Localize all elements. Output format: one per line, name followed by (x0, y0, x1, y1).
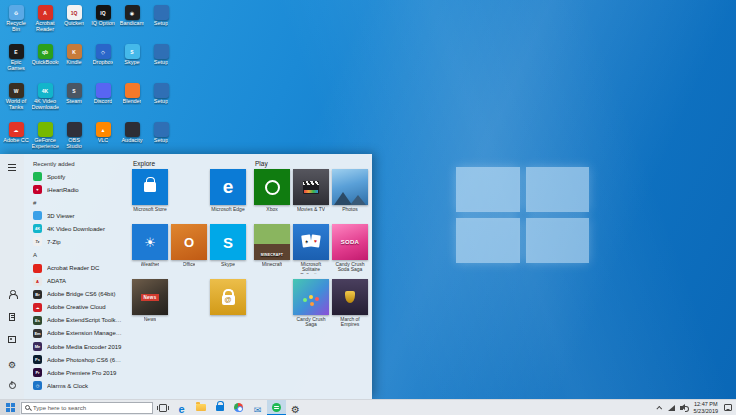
desktop-icon-label: Dropbox (93, 60, 114, 66)
rail-settings-button[interactable] (4, 356, 20, 369)
tile-photos[interactable]: Photos (332, 169, 368, 221)
tile-march-of-empires[interactable]: March of Empires (332, 279, 368, 331)
desktop-icon-label: Quicken (64, 21, 84, 27)
windows-logo (456, 167, 589, 263)
app-list-item-iheartradio[interactable]: ♥iHeartRadio (24, 183, 124, 196)
tile-label: Candy Crush Soda Saga (332, 262, 368, 274)
tile-weather[interactable]: ☀Weather (132, 224, 168, 276)
tile-candy-crush-saga[interactable]: Candy Crush Saga (293, 279, 329, 331)
app-list-header-a[interactable]: A (24, 248, 124, 261)
tile-label: Weather (141, 262, 160, 268)
search-input[interactable] (33, 405, 149, 411)
desktop-icon-setup[interactable]: Setup (147, 81, 175, 120)
app-list-item-7-zip[interactable]: 7z7-Zip (24, 235, 124, 248)
desktop-icon-quicken[interactable]: 1QQuicken (60, 3, 88, 42)
tray-network-button[interactable] (666, 400, 678, 415)
minecraft-icon: MINECRAFT (254, 253, 290, 257)
app-list-item-adobe-media-encoder-2019[interactable]: MeAdobe Media Encoder 2019 (24, 340, 124, 353)
tile-lock[interactable]: @ (210, 279, 246, 331)
tile-news[interactable]: NewsNews (132, 279, 168, 331)
photos-icon (332, 190, 368, 205)
desktop-icon-acrobat-reader[interactable]: AAcrobat Reader (31, 3, 59, 42)
desktop[interactable]: ♻Recycle BinAAcrobat Reader1QQuickenIQIQ… (0, 0, 736, 415)
app-list-item-adobe-extendscript-toolkit-cs6[interactable]: EsAdobe ExtendScript Toolkit CS6 (24, 314, 124, 327)
setup-icon (154, 44, 169, 59)
tray-chevron-up-button[interactable] (654, 400, 666, 415)
rail-documents-button[interactable] (4, 310, 20, 323)
app-list-header-section[interactable]: # (24, 196, 124, 209)
app-list-item-adata[interactable]: AADATA (24, 275, 124, 288)
iq-option-icon: IQ (96, 5, 111, 20)
taskbar-task-view-button[interactable] (153, 400, 172, 415)
desktop-icon-label: Acrobat Reader (32, 21, 59, 33)
start-button[interactable] (0, 400, 20, 415)
app-list-item-acrobat-reader-dc[interactable]: Acrobat Reader DC (24, 261, 124, 274)
taskbar-store-button[interactable] (210, 400, 229, 415)
app-list-item-adobe-extension-manager-cs6[interactable]: EmAdobe Extension Manager CS6 (24, 327, 124, 340)
clock-date: 5/23/2019 (694, 408, 718, 415)
taskbar-clock[interactable]: 12:47 PM 5/23/2019 (690, 401, 722, 414)
app-list-item-adobe-creative-cloud[interactable]: ☁Adobe Creative Cloud (24, 301, 124, 314)
tile-minecraft[interactable]: MINECRAFTMinecraft (254, 224, 290, 276)
taskbar-settings-button[interactable] (286, 400, 305, 415)
tile-movies-tv[interactable]: Movies & TV (293, 169, 329, 221)
tile-group-title[interactable]: Play (255, 157, 368, 169)
app-label: 3D Viewer (47, 213, 77, 219)
desktop-icon-steam[interactable]: SSteam (60, 81, 88, 120)
tray-volume-button[interactable] (678, 400, 690, 415)
taskbar-search[interactable] (21, 402, 153, 414)
tray-action-center-button[interactable] (722, 400, 734, 415)
app-label: 7-Zip (47, 239, 63, 245)
desktop-icon-label: Recycle Bin (3, 21, 30, 33)
rail-pictures-button[interactable] (4, 333, 20, 346)
quickbooks-icon: qb (38, 44, 53, 59)
tile-microsoft-store[interactable]: Microsoft Store (132, 169, 168, 221)
edge-tile: e (210, 169, 246, 205)
desktop-icon-recycle-bin[interactable]: ♻Recycle Bin (2, 3, 30, 42)
desktop-icon-skype[interactable]: SSkype (118, 42, 146, 81)
tile-group-title[interactable]: Explore (133, 157, 246, 169)
taskbar-mail-button[interactable] (248, 400, 267, 415)
tile-office[interactable]: OOffice (171, 224, 207, 276)
windows-icon-pane (6, 408, 10, 412)
desktop-icon-kindle[interactable]: KKindle (60, 42, 88, 81)
app-list-item-spotify[interactable]: Spotify (24, 170, 124, 183)
desktop-icon-quickbooks[interactable]: qbQuickBooks (31, 42, 59, 81)
rail-power-button[interactable] (4, 379, 20, 392)
desktop-icon-bandicam[interactable]: ◉Bandicam (118, 3, 146, 42)
desktop-icon-label: Blender (123, 99, 142, 105)
desktop-icon-epic-games[interactable]: EEpic Games (2, 42, 30, 81)
tile-microsoft-solitaire-collection[interactable]: Microsoft Solitaire Collection (293, 224, 329, 276)
taskbar: 12:47 PM 5/23/2019 (0, 399, 736, 415)
taskbar-spotify-button[interactable] (267, 400, 286, 415)
app-list-item-alarms-clock[interactable]: ◷Alarms & Clock (24, 379, 124, 392)
desktop-icon-setup[interactable]: Setup (147, 42, 175, 81)
taskbar-chrome-button[interactable] (229, 400, 248, 415)
dropbox-icon: ◇ (96, 44, 111, 59)
rail-menu-button[interactable] (4, 161, 20, 174)
tile-microsoft-edge[interactable]: eMicrosoft Edge (210, 169, 246, 221)
desktop-icon-iq-option[interactable]: IQIQ Option (89, 3, 117, 42)
taskbar-edge-button[interactable] (172, 400, 191, 415)
app-list-item-4k-video-downloader[interactable]: 4K4K Video Downloader (24, 222, 124, 235)
desktop-icon-discord[interactable]: Discord (89, 81, 117, 120)
desktop-icon-dropbox[interactable]: ◇Dropbox (89, 42, 117, 81)
soda-tile: SODA (332, 224, 368, 260)
tile-xbox[interactable]: Xbox (254, 169, 290, 221)
tile-skype[interactable]: SSkype (210, 224, 246, 276)
desktop-icon-blender[interactable]: Blender (118, 81, 146, 120)
tile-candy-crush-soda-saga[interactable]: SODACandy Crush Soda Saga (332, 224, 368, 276)
app-list-header-recently-added[interactable]: Recently added (24, 157, 124, 170)
desktop-icon-setup[interactable]: Setup (147, 3, 175, 42)
app-list-item-adobe-photoshop-cs6-64-bit[interactable]: PsAdobe Photoshop CS6 (64 Bit) (24, 353, 124, 366)
taskbar-file-explorer-button[interactable] (191, 400, 210, 415)
app-list-item-adobe-premiere-pro-2019[interactable]: PrAdobe Premiere Pro 2019 (24, 366, 124, 379)
desktop-icon-world-of-tanks[interactable]: WWorld of Tanks (2, 81, 30, 120)
app-list-item-adobe-bridge-cs6-64bit[interactable]: BrAdobe Bridge CS6 (64bit) (24, 288, 124, 301)
rail-user-button[interactable] (4, 287, 20, 300)
app-label: ADATA (47, 278, 68, 284)
app-label: 4K Video Downloader (47, 226, 107, 232)
desktop-icon-4k-video-downloader[interactable]: 4K4K Video Downloader (31, 81, 59, 120)
app-list-item-3d-viewer[interactable]: 3D Viewer (24, 209, 124, 222)
world-of-tanks-icon: W (9, 83, 24, 98)
